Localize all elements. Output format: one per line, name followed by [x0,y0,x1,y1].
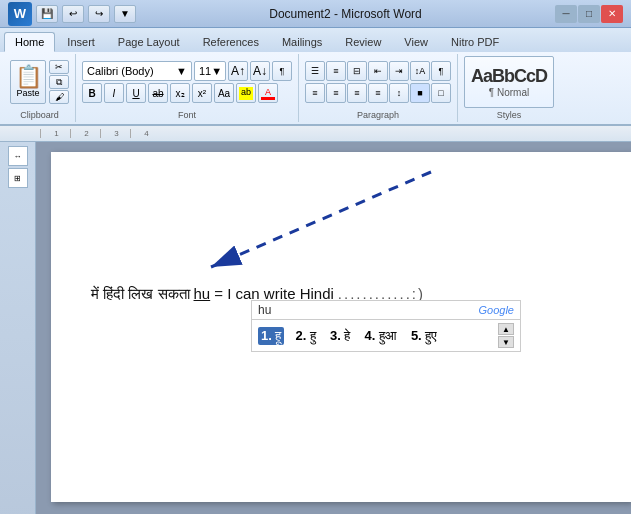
font-row1: Calibri (Body) ▼ 11 ▼ A↑ A↓ ¶ [82,61,292,81]
align-center-button[interactable]: ≡ [326,83,346,103]
clipboard-small-buttons: ✂ ⧉ 🖌 [49,60,69,104]
size-dropdown-arrow: ▼ [211,65,222,77]
ruler-mark-4: 4 [130,129,160,138]
ruler: 1 2 3 4 [0,126,631,142]
superscript-button[interactable]: x² [192,83,212,103]
subscript-button[interactable]: x₂ [170,83,190,103]
underline-button[interactable]: U [126,83,146,103]
multilevel-button[interactable]: ⊟ [347,61,367,81]
paragraph-label: Paragraph [305,110,451,120]
grow-font-button[interactable]: A↑ [228,61,248,81]
justify-button[interactable]: ≡ [368,83,388,103]
suggestion-2[interactable]: 2. हु [292,327,318,345]
sort-button[interactable]: ↕A [410,61,430,81]
copy-button[interactable]: ⧉ [49,75,69,89]
tab-references[interactable]: References [192,32,270,52]
scroll-up-button[interactable]: ▲ [498,323,514,335]
sidebar-icon-1[interactable]: ↔ [8,146,28,166]
clipboard-area: 📋 Paste [10,60,46,104]
align-right-button[interactable]: ≡ [347,83,367,103]
font-size-value: 11 [199,65,211,77]
paste-button[interactable]: 📋 Paste [10,60,46,104]
suggestion-4-number: 4. [364,328,375,343]
quick-save-icon[interactable]: 💾 [36,5,58,23]
tab-page-layout[interactable]: Page Layout [107,32,191,52]
minimize-button[interactable]: ─ [555,5,577,23]
shading-button[interactable]: ■ [410,83,430,103]
line-spacing-button[interactable]: ↕ [389,83,409,103]
increase-indent-button[interactable]: ⇥ [389,61,409,81]
font-controls-inner: Calibri (Body) ▼ 11 ▼ A↑ A↓ ¶ B I U ab [82,61,292,103]
close-button[interactable]: ✕ [601,5,623,23]
font-label: Font [82,110,292,120]
shrink-font-button[interactable]: A↓ [250,61,270,81]
ruler-mark-3: 3 [100,129,130,138]
undo-icon[interactable]: ↩ [62,5,84,23]
suggestion-1-number: 1. [261,328,272,343]
document-scroll-area[interactable]: में हिंदी लिख सकता hu = I can write Hind… [36,142,631,514]
title-bar-left: W 💾 ↩ ↪ ▼ [8,2,136,26]
ruler-mark-2: 2 [70,129,100,138]
document-page: में हिंदी लिख सकता hu = I can write Hind… [51,152,631,502]
suggestion-1[interactable]: 1. हू [258,327,284,345]
cut-button[interactable]: ✂ [49,60,69,74]
strikethrough-button[interactable]: ab [148,83,168,103]
suggestion-4[interactable]: 4. हुआ [361,327,399,345]
suggestion-5-text: हुए [425,328,437,343]
tab-view[interactable]: View [393,32,439,52]
ribbon-tabs: Home Insert Page Layout References Maili… [0,28,631,52]
styles-controls: AaBbCcD ¶ Normal [464,56,554,108]
para-row1: ☰ ≡ ⊟ ⇤ ⇥ ↕A ¶ [305,61,451,81]
clear-format-button[interactable]: ¶ [272,61,292,81]
font-group: Calibri (Body) ▼ 11 ▼ A↑ A↓ ¶ B I U ab [76,54,299,122]
svg-line-0 [211,172,431,267]
tab-nitro-pdf[interactable]: Nitro PDF [440,32,510,52]
suggestion-5[interactable]: 5. हुए [408,327,440,345]
clipboard-controls: 📋 Paste ✂ ⧉ 🖌 [10,56,69,108]
autocomplete-container: hu Google 1. हू 2. हु 3. हे [251,300,521,352]
change-case-button[interactable]: Aa [214,83,234,103]
tab-home[interactable]: Home [4,32,55,52]
font-color-button[interactable]: A [258,83,278,103]
suggestion-2-text: हु [310,328,316,343]
sidebar-icon-2[interactable]: ⊞ [8,168,28,188]
word-logo: W [8,2,32,26]
font-name-dropdown[interactable]: Calibri (Body) ▼ [82,61,192,81]
show-marks-button[interactable]: ¶ [431,61,451,81]
align-left-button[interactable]: ≡ [305,83,325,103]
paste-label: Paste [16,88,39,98]
paragraph-controls: ☰ ≡ ⊟ ⇤ ⇥ ↕A ¶ ≡ ≡ ≡ ≡ ↕ ■ □ [305,56,451,108]
suggestion-4-text: हुआ [379,328,397,343]
suggestion-3[interactable]: 3. हे [327,327,353,345]
font-row2: B I U ab x₂ x² Aa ab A [82,83,292,103]
clipboard-label: Clipboard [10,110,69,120]
tab-review[interactable]: Review [334,32,392,52]
bold-button[interactable]: B [82,83,102,103]
styles-box: AaBbCcD ¶ Normal [464,56,554,108]
decrease-indent-button[interactable]: ⇤ [368,61,388,81]
suggestion-1-text: हू [275,328,281,343]
autocomplete-list[interactable]: 1. हू 2. हु 3. हे 4. हुआ [251,320,521,352]
suggestion-5-number: 5. [411,328,422,343]
italic-button[interactable]: I [104,83,124,103]
numbering-button[interactable]: ≡ [326,61,346,81]
scroll-down-button[interactable]: ▼ [498,336,514,348]
bullets-button[interactable]: ☰ [305,61,325,81]
redo-icon[interactable]: ↪ [88,5,110,23]
font-size-dropdown[interactable]: 11 ▼ [194,61,226,81]
suggestion-3-number: 3. [330,328,341,343]
tab-insert[interactable]: Insert [56,32,106,52]
tab-mailings[interactable]: Mailings [271,32,333,52]
suggestion-2-number: 2. [295,328,306,343]
clipboard-group: 📋 Paste ✂ ⧉ 🖌 Clipboard [4,54,76,122]
border-button[interactable]: □ [431,83,451,103]
ribbon: 📋 Paste ✂ ⧉ 🖌 Clipboard Calibri (Body) ▼ [0,52,631,126]
highlight-color-button[interactable]: ab [236,83,256,103]
format-painter-button[interactable]: 🖌 [49,90,69,104]
styles-group: AaBbCcD ¶ Normal Styles [458,54,560,122]
maximize-button[interactable]: □ [578,5,600,23]
google-input-value: hu [258,303,271,317]
ruler-mark-1: 1 [40,129,70,138]
google-input-bar: hu Google [251,300,521,320]
dropdown-icon[interactable]: ▼ [114,5,136,23]
